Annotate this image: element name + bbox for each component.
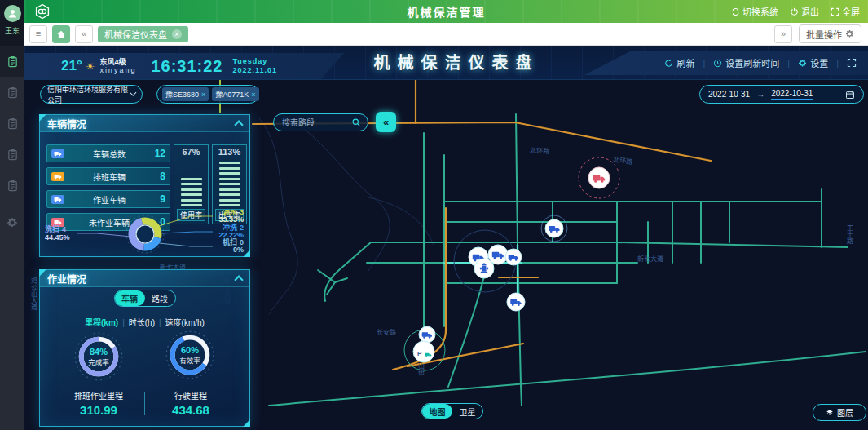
clipboard-icon (7, 117, 19, 130)
collapse-chevron-icon[interactable] (234, 120, 243, 129)
map-mode-button[interactable]: 地图 (422, 404, 452, 419)
menu-toggle-button[interactable]: ≡ (29, 25, 47, 43)
scroll-tabs-right-button[interactable]: » (774, 25, 792, 43)
svg-text:鸡公山大道: 鸡公山大道 (30, 277, 37, 311)
calendar-icon (845, 90, 855, 100)
hydrant-marker[interactable] (474, 259, 494, 278)
layers-button[interactable]: 图层 (813, 404, 866, 421)
close-tab-icon[interactable]: × (172, 29, 182, 39)
svg-text:洗扫4: 洗扫4 (45, 224, 66, 233)
date-end[interactable]: 2022-10-31 (771, 89, 813, 100)
user-name: 王东 (5, 25, 20, 36)
sidebar-item-settings[interactable] (0, 207, 24, 238)
vehicle-marker[interactable] (545, 219, 563, 237)
city-name: xinyang (99, 66, 136, 74)
sidebar-item-4[interactable] (0, 139, 24, 170)
vehicle-road-toggle: 车辆 路段 (114, 290, 176, 307)
panel-header: 作业情况 (40, 270, 249, 287)
refresh-button[interactable]: 刷新 (664, 56, 694, 69)
stat-row[interactable]: 排班车辆 8 (46, 167, 170, 185)
road-search (273, 113, 368, 131)
divider (144, 392, 145, 415)
vehicle-status-panel: 车辆情况 车辆总数 12 排班车辆 8 作业车辆 9 未作业车辆 0 (39, 114, 250, 257)
search-input[interactable] (274, 118, 351, 127)
settings-button[interactable]: 设置 (798, 56, 828, 69)
date: 2022.11.01 (232, 66, 277, 74)
batch-action-button[interactable]: 批量操作 (799, 24, 861, 43)
basemap-toggle: 地图 卫星 (421, 403, 483, 419)
tab-duration[interactable]: 时长(h) (129, 318, 155, 327)
vehicle-marker[interactable] (419, 326, 435, 343)
search-icon[interactable] (351, 117, 361, 127)
svg-text:0%: 0% (233, 246, 244, 254)
separator: | (836, 58, 839, 68)
work-type-donut-chart: 洒水3 33.33% 冲洗2 22.22% 机扫0 0% 洗扫4 44.45% (40, 210, 249, 255)
vehicle-tag[interactable]: 豫SE3680× (162, 87, 209, 101)
left-sidebar: 王东 (0, 0, 24, 430)
vehicle-icon (51, 172, 64, 181)
stat-row[interactable]: 作业车辆 9 (46, 190, 170, 208)
vehicle-tag[interactable]: 豫A0771K× (212, 87, 258, 101)
svg-text:33.33%: 33.33% (218, 215, 244, 224)
separator: | (703, 58, 705, 68)
date-start[interactable]: 2022-10-31 (708, 90, 750, 99)
switch-system-icon (731, 7, 740, 16)
fullscreen-icon[interactable] (847, 58, 857, 68)
weather-clock-bar: 21° ☀ 东风4级 xinyang 16:31:22 Tuesday 2022… (24, 53, 344, 79)
panel-title: 作业情况 (47, 272, 86, 286)
tab-bar: ≡ « 机械保洁仪表盘 × » 批量操作 (24, 23, 868, 46)
clipboard-icon (7, 55, 19, 68)
vehicle-marker[interactable] (507, 293, 525, 311)
svg-text:P: P (417, 350, 422, 357)
collapse-panels-button[interactable]: « (376, 112, 396, 132)
metric-tabs: 里程(km)|时长(h)|速度(km/h) (40, 316, 249, 328)
company-select[interactable]: 信阳中环洁环境服务有限公司 (40, 85, 143, 104)
user-profile[interactable]: 王东 (0, 0, 24, 46)
clipboard-icon (7, 180, 19, 192)
fullscreen-button[interactable]: 全屏 (831, 5, 860, 18)
vehicle-icon (51, 149, 64, 158)
sun-icon: ☀ (86, 60, 95, 73)
sidebar-item-3[interactable] (0, 108, 24, 139)
wind-level: 东风4级 (99, 58, 136, 66)
tab-speed[interactable]: 速度(km/h) (165, 318, 205, 327)
panel-title: 车辆情况 (47, 117, 86, 131)
svg-text:44.45%: 44.45% (45, 233, 70, 242)
stat-row[interactable]: 车辆总数 12 (46, 144, 170, 162)
dashboard-title: 机械保洁仪表盘 (334, 50, 579, 73)
remove-tag-icon[interactable]: × (251, 91, 255, 99)
sidebar-item-2[interactable] (0, 77, 24, 108)
gauge-bars (181, 158, 202, 206)
parking-marker[interactable]: P (413, 341, 434, 362)
clock-time: 16:31:22 (151, 57, 223, 76)
separator: | (787, 58, 790, 68)
date-range-picker[interactable]: 2022-10-31 → 2022-10-31 (699, 85, 864, 104)
home-icon (56, 29, 66, 39)
svg-text:工十路: 工十路 (846, 224, 853, 244)
dashboard-actions: 刷新 | 设置刷新时间 | 设置 | (584, 51, 868, 75)
sidebar-item-dashboard[interactable] (0, 46, 24, 77)
vehicle-marker[interactable] (505, 249, 522, 265)
remove-tag-icon[interactable]: × (201, 91, 205, 99)
set-refresh-time-button[interactable]: 设置刷新时间 (713, 56, 779, 69)
gear-icon (7, 217, 18, 228)
home-button[interactable] (52, 25, 70, 43)
switch-system-button[interactable]: 切换系统 (731, 5, 778, 18)
collapse-chevron-icon[interactable] (234, 275, 243, 284)
logout-button[interactable]: 退出 (790, 5, 819, 18)
refresh-icon (664, 59, 673, 68)
tab-dashboard[interactable]: 机械保洁仪表盘 × (98, 26, 188, 42)
driving-mileage-total: 行驶里程 434.68 (146, 389, 236, 417)
completion-ring-gauge: 84% 完成率 (73, 330, 125, 383)
tab-mileage[interactable]: 里程(km) (85, 318, 118, 327)
temperature: 21° (61, 58, 82, 74)
toggle-road[interactable]: 路段 (145, 290, 175, 306)
svg-text:北环路: 北环路 (530, 146, 549, 155)
weekday: Tuesday (232, 57, 267, 65)
toggle-vehicle[interactable]: 车辆 (115, 290, 145, 306)
sidebar-item-5[interactable] (0, 170, 24, 201)
vehicle-tags-box[interactable]: 豫SE3680× 豫A0771K× (156, 85, 259, 104)
alert-vehicle-marker[interactable] (588, 167, 610, 188)
satellite-mode-button[interactable]: 卫星 (452, 404, 482, 419)
scroll-tabs-left-button[interactable]: « (75, 25, 93, 43)
